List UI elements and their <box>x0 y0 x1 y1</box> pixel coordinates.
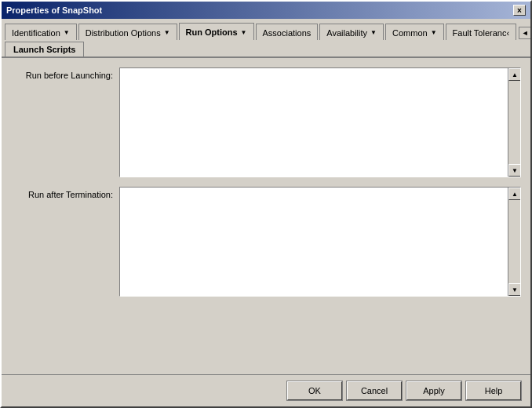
bottom-bar: OK Cancel Apply Help <box>2 374 530 406</box>
run-before-launching-label: Run before Launching: <box>11 67 113 80</box>
run-before-launching-container: ▲ ▼ <box>119 67 521 177</box>
tab-distribution-options[interactable]: Distribution Options ▼ <box>78 24 177 40</box>
subtab-launch-scripts[interactable]: Launch Scripts <box>5 42 84 56</box>
run-after-termination-input[interactable] <box>120 188 508 296</box>
run-before-launching-input[interactable] <box>120 68 508 177</box>
window-title: Properties of SnapShot <box>6 5 102 15</box>
scroll-track <box>508 200 520 283</box>
close-button[interactable]: × <box>513 5 526 16</box>
help-button[interactable]: Help <box>466 381 521 400</box>
apply-button[interactable]: Apply <box>406 381 461 400</box>
tab-associations[interactable]: Associations <box>256 24 319 40</box>
scroll-down-icon[interactable]: ▼ <box>508 283 521 296</box>
run-after-termination-row: Run after Termination: ▲ ▼ <box>11 187 521 297</box>
tabs-row: Identification ▼ Distribution Options ▼ … <box>2 19 530 40</box>
subtabs-row: Launch Scripts <box>2 40 530 58</box>
title-bar: Properties of SnapShot × <box>2 2 530 19</box>
tab-run-options[interactable]: Run Options ▼ <box>179 23 254 40</box>
content-area: Run before Launching: ▲ ▼ Run after Term… <box>2 58 530 374</box>
tab-prev-button[interactable]: ◄ <box>519 27 530 39</box>
run-after-termination-scrollbar[interactable]: ▲ ▼ <box>508 188 520 296</box>
run-after-termination-container: ▲ ▼ <box>119 187 521 297</box>
scroll-down-icon[interactable]: ▼ <box>508 164 521 177</box>
chevron-down-icon: ▼ <box>431 29 437 36</box>
chevron-down-icon: ▼ <box>164 29 170 36</box>
run-before-launching-wrapper: ▲ ▼ <box>119 67 521 177</box>
tab-common[interactable]: Common ▼ <box>385 24 444 40</box>
scroll-track <box>508 81 520 164</box>
chevron-down-icon: ▼ <box>64 29 70 36</box>
main-window: Properties of SnapShot × Identification … <box>0 0 532 408</box>
run-before-launching-row: Run before Launching: ▲ ▼ <box>11 67 521 177</box>
scroll-up-icon[interactable]: ▲ <box>508 68 521 81</box>
tab-availability[interactable]: Availability ▼ <box>319 24 384 40</box>
ok-button[interactable]: OK <box>287 381 342 400</box>
run-before-launching-scrollbar[interactable]: ▲ ▼ <box>508 68 520 177</box>
tab-fault-tolerance[interactable]: Fault Toleranc‹ <box>446 24 517 40</box>
scroll-up-icon[interactable]: ▲ <box>508 188 521 200</box>
run-after-termination-label: Run after Termination: <box>11 187 113 199</box>
cancel-button[interactable]: Cancel <box>347 381 402 400</box>
tab-identification[interactable]: Identification ▼ <box>5 24 77 40</box>
chevron-down-icon: ▼ <box>370 29 377 36</box>
tab-nav-arrows: ◄ ► <box>518 27 530 39</box>
run-after-termination-wrapper: ▲ ▼ <box>119 187 521 297</box>
chevron-down-icon: ▼ <box>241 29 247 36</box>
